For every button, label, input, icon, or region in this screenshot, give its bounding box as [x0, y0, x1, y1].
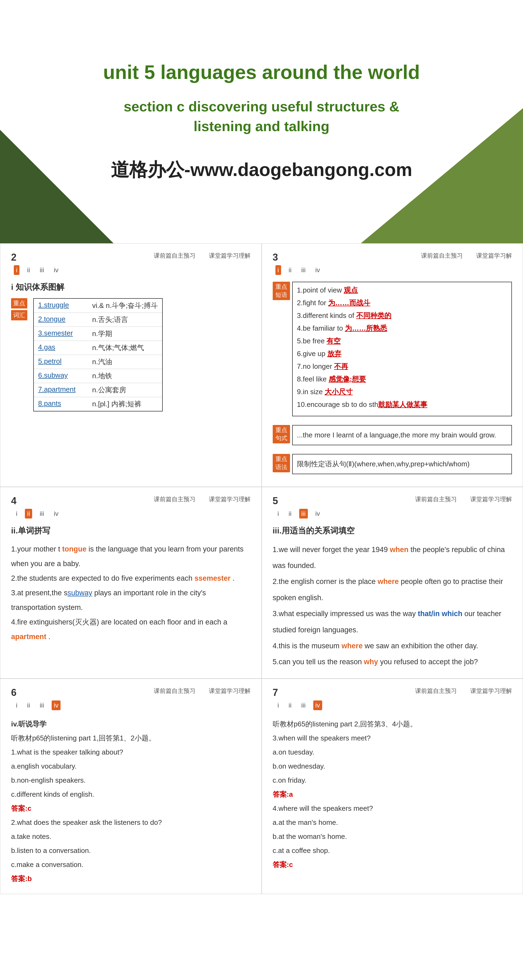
- s4-fill3: subway: [68, 589, 92, 597]
- phrase-fill-2: 为……而战斗: [328, 299, 370, 307]
- tab6-ii[interactable]: ii: [25, 700, 32, 710]
- tab7-ii[interactable]: ii: [286, 700, 294, 710]
- vocab-row-5: 5.petrol n.汽油: [34, 355, 162, 369]
- tab3-ii[interactable]: ii: [286, 265, 294, 275]
- tab2-iii[interactable]: iii: [38, 265, 46, 275]
- tab5-iv[interactable]: iv: [313, 509, 322, 519]
- tab3-iii[interactable]: iii: [299, 265, 308, 275]
- phrase-10: 10.encourage sb to do sth鼓励某人做某事: [297, 400, 507, 409]
- slide3-labels: 课前篇自主预习 课堂篇学习解: [421, 252, 512, 263]
- tab5-i[interactable]: i: [275, 509, 281, 519]
- tab4-iii[interactable]: iii: [38, 509, 46, 519]
- grammar-box: 限制性定语从句(Ⅱ)(where,when,why,prep+which/who…: [292, 454, 512, 474]
- sentence-box: ...the more I learnt of a language,the m…: [292, 425, 512, 445]
- fill-word-1: when: [390, 546, 409, 554]
- tab5-ii[interactable]: ii: [286, 509, 294, 519]
- vocab-row-6: 6.subway n.地铁: [34, 369, 162, 383]
- phrase-4: 4.be familiar to 为……所熟悉: [297, 324, 507, 333]
- slide-6: 6 课前篇自主预习 课堂篇学习理解 i ii iii iv iv.听说导学 听教…: [0, 679, 262, 894]
- slide4-topbar: 4 课前篇自主预习 课堂篇学习理解: [11, 495, 251, 507]
- slide2-tabs: i ii iii iv: [14, 265, 251, 275]
- vocab-word-7: 7.apartment: [38, 385, 92, 395]
- slide3-sentence-block: 重点句式 ...the more I learnt of a language,…: [273, 425, 512, 450]
- sub-title: section c discovering useful structures …: [124, 97, 399, 136]
- slide5-topbar: 5 课前篇自主预习 课堂篇学习理解: [273, 495, 512, 507]
- slide5-section-title: iii.用适当的关系词填空: [273, 525, 512, 536]
- slide7-tabs: i ii iii iv: [275, 700, 512, 710]
- slide7-q3a: a.on tuesday.: [273, 745, 512, 759]
- slide5-labels: 课前篇自主预习 课堂篇学习理解: [415, 495, 512, 507]
- tab6-iii[interactable]: iii: [38, 700, 46, 710]
- fill5-1: 1.we will never forget the year 1949 whe…: [273, 542, 512, 574]
- slide-7: 7 课前篇自主预习 课堂篇学习理解 i ii iii iv 听教材p65的lis…: [262, 679, 523, 894]
- slide6-q2c: c.make a conversation.: [11, 858, 251, 872]
- slide6-listening: iv.听说导学 听教材p65的listening part 1,回答第1、2小题…: [11, 717, 251, 886]
- slide2-labels: 课前篇自主预习 课堂篇学习理解: [154, 252, 251, 263]
- slide5-label1: 课前篇自主预习: [415, 495, 457, 507]
- slide-5: 5 课前篇自主预习 课堂篇学习理解 i ii iii iv iii.用适当的关系…: [262, 487, 523, 679]
- phrase-fill-3: 不同种类的: [356, 312, 391, 320]
- slide7-label1: 课前篇自主预习: [415, 687, 457, 698]
- s4-fill4: apartment: [11, 633, 46, 641]
- slide7-q4: 4.where will the speakers meet?: [273, 801, 512, 815]
- phrase-9: 9.in size 大小尺寸: [297, 387, 507, 396]
- phrase-8: 8.feel like 感觉像;想要: [297, 374, 507, 384]
- s4-fill1: tongue: [62, 545, 86, 553]
- vocab-def-4: n.气体;气体;燃气: [92, 343, 144, 353]
- tab7-i[interactable]: i: [275, 700, 281, 710]
- slide7-labels: 课前篇自主预习 课堂篇学习理解: [415, 687, 512, 698]
- vocab-word-5: 5.petrol: [38, 357, 92, 367]
- vocab-word-8: 8.pants: [38, 399, 92, 409]
- slide7-instruction: 听教材p65的listening part 2,回答第3、4小题。: [273, 717, 512, 731]
- slide7-topbar: 7 课前篇自主预习 课堂篇学习理解: [273, 687, 512, 698]
- tab3-i[interactable]: i: [275, 265, 281, 275]
- fill-word-5: why: [364, 658, 378, 666]
- vocab-word-1: 1.struggle: [38, 301, 92, 310]
- phrase-fill-9: 大小尺寸: [324, 388, 353, 396]
- tab4-iv[interactable]: iv: [52, 509, 60, 519]
- slide-2: 2 课前篇自主预习 课堂篇学习理解 i ii iii iv i 知识体系图解 重…: [0, 243, 262, 487]
- phrase-7: 7.no longer 不再: [297, 362, 507, 371]
- slide4-labels: 课前篇自主预习 课堂篇学习理解: [154, 495, 251, 507]
- tab7-iv[interactable]: iv: [313, 700, 322, 710]
- grammar-text: 限制性定语从句(Ⅱ)(where,when,why,prep+which/who…: [297, 460, 470, 468]
- tab4-i[interactable]: i: [14, 509, 19, 519]
- slide3-label2: 课堂篇学习解: [476, 252, 512, 263]
- watermark: 道格办公-www.daogebangong.com: [111, 158, 412, 182]
- tab7-iii[interactable]: iii: [299, 700, 308, 710]
- slide6-label2: 课堂篇学习理解: [209, 687, 251, 698]
- vocab-table: 1.struggle vi.& n.斗争;奋斗;搏斗 2.tongue n.舌头…: [33, 298, 163, 412]
- tab6-iv[interactable]: iv: [52, 700, 60, 710]
- slide2-label2: 课堂篇学习理解: [209, 252, 251, 263]
- phrase-5: 5.be free 有空: [297, 336, 507, 346]
- fill-word-2: where: [378, 578, 399, 585]
- slide2-topbar: 2 课前篇自主预习 课堂篇学习理解: [11, 252, 251, 263]
- slide4-tabs: i ii iii iv: [14, 509, 251, 519]
- phrases-box: 1.point of view 观点 2.fight for 为……而战斗 3.…: [292, 282, 512, 416]
- sub-title-text: section c discovering useful structures …: [124, 99, 399, 134]
- tab5-iii[interactable]: iii: [299, 509, 308, 519]
- phrase-fill-8: 感觉像;想要: [329, 375, 366, 383]
- vocab-def-8: n.[pl.] 内裤;短裤: [92, 399, 141, 409]
- slide6-q2: 2.what does the speaker ask the listener…: [11, 815, 251, 829]
- vocab-def-2: n.舌头;语言: [92, 315, 128, 325]
- slide7-q4b: b.at the woman's home.: [273, 829, 512, 843]
- vocab-row-8: 8.pants n.[pl.] 内裤;短裤: [34, 397, 162, 411]
- tab3-iv[interactable]: iv: [313, 265, 322, 275]
- tab2-iv[interactable]: iv: [52, 265, 60, 275]
- slide6-q1c: c.different kinds of english.: [11, 787, 251, 801]
- phrase-fill-10: 鼓励某人做某事: [378, 400, 427, 409]
- vocab-def-6: n.地铁: [92, 371, 112, 381]
- tab2-ii[interactable]: ii: [25, 265, 32, 275]
- slide6-q1b: b.non-english speakers.: [11, 773, 251, 787]
- tab6-i[interactable]: i: [14, 700, 19, 710]
- fill-word-4: where: [342, 642, 363, 650]
- tab4-ii[interactable]: ii: [25, 509, 32, 519]
- sentence-text: ...the more I learnt of a language,the m…: [297, 431, 496, 439]
- tab2-i[interactable]: i: [14, 265, 19, 275]
- slide2-body: 重点 词汇 1.struggle vi.& n.斗争;奋斗;搏斗 2.tongu…: [11, 298, 251, 412]
- slide3-number: 3: [273, 252, 278, 263]
- slide6-q1-answer: 答案:c: [11, 801, 251, 815]
- phrase-6: 6.give up 放弃: [297, 349, 507, 358]
- vocab-word-4: 4.gas: [38, 343, 92, 353]
